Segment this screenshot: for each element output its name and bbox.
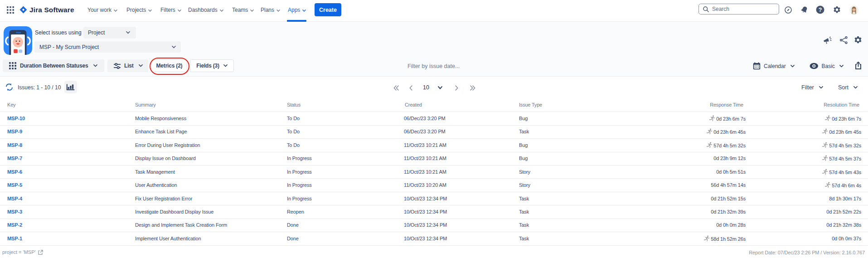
- svg-text:?: ?: [819, 7, 822, 13]
